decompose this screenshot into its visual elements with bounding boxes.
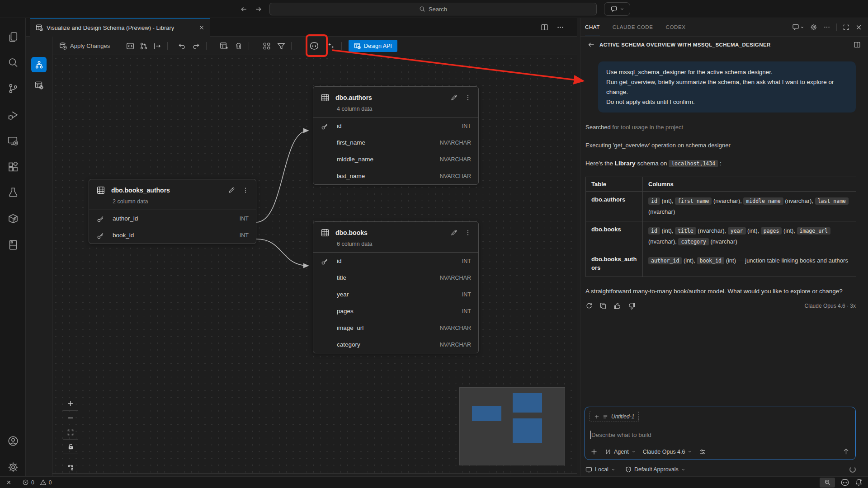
- notifications-bell-icon[interactable]: [855, 479, 863, 486]
- approvals-selector[interactable]: Default Approvals: [625, 466, 685, 473]
- chat-input-box[interactable]: Untitled-1 Describe what to build Agent …: [585, 407, 856, 460]
- accounts-icon[interactable]: [0, 430, 26, 452]
- schema-canvas[interactable]: dbo.books_authors2 column dataauthor_idI…: [52, 55, 577, 473]
- copy-icon[interactable]: [599, 302, 607, 310]
- canvas-scrollbar[interactable]: [52, 473, 577, 476]
- remote-explorer-icon[interactable]: [0, 130, 26, 152]
- zoom-out-button[interactable]: [63, 411, 78, 425]
- node-menu-icon[interactable]: [242, 187, 249, 193]
- column-row[interactable]: idINT: [313, 117, 478, 134]
- copilot-icon[interactable]: [308, 37, 321, 55]
- column-row[interactable]: titleNVARCHAR: [313, 269, 478, 286]
- close-panel-icon[interactable]: [855, 24, 862, 31]
- chat-more-icon[interactable]: [823, 23, 830, 31]
- node-menu-icon[interactable]: [465, 230, 471, 236]
- column-row[interactable]: book_idINT: [89, 227, 256, 244]
- tab-chat[interactable]: CHAT: [585, 18, 600, 36]
- settings-gear-icon[interactable]: [0, 456, 26, 478]
- maximize-panel-icon[interactable]: [843, 24, 849, 31]
- column-row[interactable]: last_nameNVARCHAR: [313, 168, 478, 184]
- auto-arrange-icon[interactable]: [261, 37, 272, 55]
- mode-selector[interactable]: Agent: [605, 449, 636, 455]
- attach-plus-icon[interactable]: [590, 448, 598, 455]
- column-row[interactable]: idINT: [313, 253, 478, 269]
- zoom-in-button[interactable]: [63, 396, 78, 411]
- auto-layout-button[interactable]: [63, 460, 78, 473]
- edit-table-icon[interactable]: [228, 187, 235, 194]
- copilot-status-icon[interactable]: [840, 478, 849, 487]
- back-arrow-icon[interactable]: [588, 41, 595, 48]
- column-row[interactable]: middle_nameNVARCHAR: [313, 151, 478, 168]
- undo-icon[interactable]: [176, 37, 187, 55]
- copilot-chat-button[interactable]: [604, 2, 630, 16]
- column-row[interactable]: yearINT: [313, 286, 478, 303]
- tab-codex[interactable]: CODEX: [666, 18, 686, 36]
- remote-indicator-icon[interactable]: [5, 479, 12, 486]
- run-debug-icon[interactable]: [0, 104, 26, 126]
- node-menu-icon[interactable]: [465, 94, 471, 101]
- node-title: dbo.books_authors: [111, 187, 170, 194]
- tools-sliders-icon[interactable]: [699, 448, 706, 455]
- environment-label: Local: [595, 466, 609, 473]
- tab-close-icon[interactable]: [198, 24, 205, 31]
- table-definition-view-button[interactable]: [31, 77, 47, 93]
- schema-node-authors[interactable]: dbo.authors4 column dataidINTfirst_nameN…: [313, 86, 479, 185]
- send-button[interactable]: [842, 448, 850, 455]
- tab-schema-designer[interactable]: Visualize and Design Schema (Preview) - …: [30, 18, 210, 37]
- filter-icon[interactable]: [276, 37, 287, 55]
- edit-table-icon[interactable]: [450, 229, 458, 236]
- lock-button[interactable]: [63, 440, 78, 454]
- nav-forward-icon[interactable]: [253, 4, 263, 14]
- open-in-editor-icon[interactable]: [854, 41, 861, 48]
- column-row[interactable]: categoryNVARCHAR: [313, 336, 478, 353]
- chat-settings-gear-icon[interactable]: [810, 23, 817, 31]
- thumbs-down-icon[interactable]: [628, 302, 636, 310]
- search-input[interactable]: Search: [269, 3, 597, 15]
- schema-node-books_authors[interactable]: dbo.books_authors2 column dataauthor_idI…: [89, 179, 256, 244]
- explorer-icon[interactable]: [0, 26, 26, 48]
- apply-changes-button[interactable]: Apply Changes: [59, 37, 110, 55]
- webview-zoom-button[interactable]: [820, 478, 835, 488]
- database-projects-icon[interactable]: [0, 234, 26, 256]
- testing-icon[interactable]: [0, 182, 26, 203]
- view-code-icon[interactable]: [125, 37, 136, 55]
- delete-icon[interactable]: [233, 37, 244, 55]
- regenerate-icon[interactable]: [585, 302, 593, 310]
- add-context-plus-icon[interactable]: [594, 414, 599, 419]
- model-selector[interactable]: Claude Opus 4.6: [643, 449, 692, 455]
- add-table-icon[interactable]: [218, 37, 230, 55]
- minimap[interactable]: [459, 387, 565, 465]
- split-editor-icon[interactable]: [541, 23, 548, 31]
- schema-summary-table: Table Columns dbo.authorsid (int), first…: [585, 177, 856, 277]
- schema-node-books[interactable]: dbo.books6 column dataidINTtitleNVARCHAR…: [313, 221, 479, 353]
- edit-table-icon[interactable]: [450, 94, 458, 101]
- export-icon[interactable]: [152, 37, 163, 55]
- primary-key-icon: [97, 232, 106, 239]
- nav-back-icon[interactable]: [239, 4, 249, 14]
- minimap-node-books-authors: [472, 406, 501, 421]
- extensions-icon[interactable]: [0, 156, 26, 178]
- schema-diagram-view-button[interactable]: [31, 57, 47, 72]
- tab-claude-code[interactable]: CLAUDE CODE: [613, 18, 653, 36]
- problems-indicator[interactable]: 0 0: [22, 479, 52, 486]
- search-view-icon[interactable]: [0, 52, 26, 74]
- key-spacer: [321, 291, 330, 298]
- redo-icon[interactable]: [191, 37, 202, 55]
- fit-view-button[interactable]: [63, 425, 78, 440]
- containers-icon[interactable]: [0, 208, 26, 230]
- column-type: NVARCHAR: [440, 275, 471, 281]
- source-control-icon[interactable]: [0, 78, 26, 99]
- column-row[interactable]: first_nameNVARCHAR: [313, 134, 478, 151]
- thumbs-up-icon[interactable]: [613, 302, 621, 310]
- column-row[interactable]: author_idINT: [89, 210, 256, 227]
- column-row[interactable]: pagesINT: [313, 303, 478, 319]
- chat-sessions-icon[interactable]: [792, 23, 804, 31]
- more-actions-icon[interactable]: [557, 23, 564, 31]
- ai-edit-sparkle-icon[interactable]: [326, 37, 336, 55]
- column-row[interactable]: image_urlNVARCHAR: [313, 319, 478, 336]
- design-api-button[interactable]: Design API: [349, 40, 397, 52]
- environment-selector[interactable]: Local: [585, 466, 615, 473]
- context-chip[interactable]: Untitled-1: [590, 411, 639, 422]
- executing-step: Executing 'get_overview' operation on sc…: [585, 142, 856, 149]
- compare-changes-icon[interactable]: [138, 37, 149, 55]
